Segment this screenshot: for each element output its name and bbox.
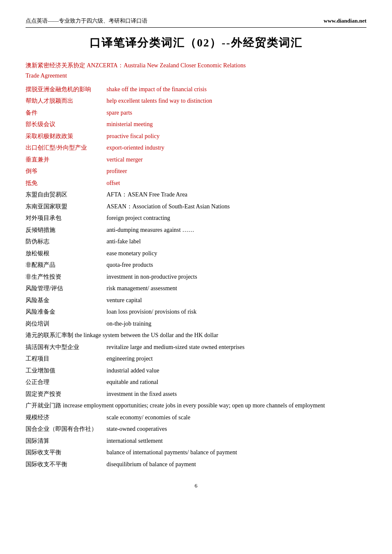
entry-en: export-oriented industry xyxy=(107,143,366,153)
entry-zh: 抵免 xyxy=(26,178,107,189)
header-left-text: 点点英语——专业致力于四六级、考研和口译口语 xyxy=(26,17,147,25)
entry-zh: 部长级会议 xyxy=(26,119,107,130)
list-item: 抵免offset xyxy=(26,178,366,189)
content-area: 澳新紧密经济关系协定 ANZCERTA：Australia New Zealan… xyxy=(26,61,366,470)
list-item: 非生产性投资investment in non-productive proje… xyxy=(26,272,366,283)
list-item: 摆脱亚洲金融危机的影响shake off the impact of the f… xyxy=(26,84,366,95)
entry-zh: 摆脱亚洲金融危机的影响 xyxy=(26,84,107,95)
entry-en: anti-dumping measures against …… xyxy=(107,225,366,236)
entry-en: investment in the fixed assets xyxy=(107,389,366,400)
entry-en: engineering project xyxy=(107,354,366,364)
entry-en: industrial added value xyxy=(107,366,366,376)
list-item: 防伪标志anti-fake label xyxy=(26,237,366,247)
list-item: 东盟自由贸易区AFTA：ASEAN Free Trade Area xyxy=(26,190,366,200)
entry-en: anti-fake label xyxy=(107,237,366,247)
entry-zh: 工业增加值 xyxy=(26,366,107,376)
entry-zh: 公正合理 xyxy=(26,377,107,388)
entry-zh: 帮助人才脱颖而出 xyxy=(26,96,107,107)
page-header: 点点英语——专业致力于四六级、考研和口译口语 www.diandian.net xyxy=(26,17,366,28)
entry-en: state-owned cooperatives xyxy=(107,424,366,435)
entry-zh: 垂直兼并 xyxy=(26,155,107,165)
entry-en: proactive fiscal policy xyxy=(107,131,366,142)
entry-zh: 国际收支不平衡 xyxy=(26,459,107,470)
list-item: 岗位培训on-the-job training xyxy=(26,319,366,329)
entry-en: AFTA：ASEAN Free Trade Area xyxy=(107,190,366,200)
list-item: 对外项目承包foreign project contracting xyxy=(26,213,366,224)
entries-list: 摆脱亚洲金融危机的影响shake off the impact of the f… xyxy=(26,84,366,470)
list-item: 部长级会议ministerial meeting xyxy=(26,119,366,130)
list-item: 采取积极财政政策proactive fiscal policy xyxy=(26,131,366,142)
entry-en: international settlement xyxy=(107,436,366,447)
entry-en: disequilibrium of balance of payment xyxy=(107,459,366,470)
entry-zh: 倒爷 xyxy=(26,166,107,177)
list-item: 固定资产投资investment in the fixed assets xyxy=(26,389,366,400)
list-item: 国际收支不平衡disequilibrium of balance of paym… xyxy=(26,459,366,470)
entry-zh: 岗位培训 xyxy=(26,319,107,329)
entry-zh: 放松银根 xyxy=(26,248,107,259)
entry-en: shake off the impact of the financial cr… xyxy=(107,84,366,95)
entry-zh: 国合企业（即国有合作社） xyxy=(26,424,107,435)
list-item: 工业增加值industrial added value xyxy=(26,366,366,376)
list-item: 搞活国有大中型企业revitalize large and medium-siz… xyxy=(26,342,366,353)
list-item: 东南亚国家联盟ASEAN：Association of South-East A… xyxy=(26,202,366,212)
page-footer: 6 xyxy=(26,482,366,489)
list-item: 非配额产品quota-free products xyxy=(26,260,366,271)
page-number: 6 xyxy=(195,482,198,489)
entry-en: investment in non-productive projects xyxy=(107,272,366,283)
entry-zh: 备件 xyxy=(26,108,107,118)
entry-zh: 东盟自由贸易区 xyxy=(26,190,107,200)
entry-en: balance of international payments/ balan… xyxy=(107,447,366,458)
intro-block: 澳新紧密经济关系协定 ANZCERTA：Australia New Zealan… xyxy=(26,61,366,81)
entry-zh: 国际收支平衡 xyxy=(26,447,107,458)
entry-zh: 防伪标志 xyxy=(26,237,107,247)
entry-en: vertical merger xyxy=(107,155,366,165)
entry-en: loan loss provision/ provisions of risk xyxy=(107,307,366,317)
list-item: 帮助人才脱颖而出help excellent talents find way … xyxy=(26,96,366,107)
list-item: 工程项目engineering project xyxy=(26,354,366,364)
list-item: 国合企业（即国有合作社）state-owned cooperatives xyxy=(26,424,366,435)
entry-zh: 搞活国有大中型企业 xyxy=(26,342,107,353)
list-item: 风险管理/评估risk management/ assessment xyxy=(26,283,366,294)
header-right-text: www.diandian.net xyxy=(324,17,366,24)
list-item: 国际清算international settlement xyxy=(26,436,366,447)
entry-zh: 采取积极财政政策 xyxy=(26,131,107,142)
entry-en: ministerial meeting xyxy=(107,119,366,130)
list-item: 垂直兼并vertical merger xyxy=(26,155,366,165)
entry-en: spare parts xyxy=(107,108,366,118)
list-item: 备件spare parts xyxy=(26,108,366,118)
entry-zh: 出口创汇型/外向型产业 xyxy=(26,143,107,153)
entry-zh: 对外项目承包 xyxy=(26,213,107,224)
list-item: 风险准备金loan loss provision/ provisions of … xyxy=(26,307,366,317)
entry-en: quota-free products xyxy=(107,260,366,271)
entry-zh: 风险准备金 xyxy=(26,307,107,317)
list-item: 公正合理equitable and rational xyxy=(26,377,366,388)
entry-zh: 工程项目 xyxy=(26,354,107,364)
entry-en: help excellent talents find way to disti… xyxy=(107,96,366,107)
entry-zh: 风险管理/评估 xyxy=(26,283,107,294)
entry-en: ease monetary policy xyxy=(107,248,366,259)
list-item: 倒爷profiteer xyxy=(26,166,366,177)
list-item: 反倾销措施anti-dumping measures against …… xyxy=(26,225,366,236)
entry-en: scale economy/ economies of scale xyxy=(107,413,366,423)
entry-en: equitable and rational xyxy=(107,377,366,388)
intro-line1: 澳新紧密经济关系协定 ANZCERTA：Australia New Zealan… xyxy=(26,62,246,69)
entry-en: ASEAN：Association of South-East Asian Na… xyxy=(107,202,366,212)
list-item: 出口创汇型/外向型产业export-oriented industry xyxy=(26,143,366,153)
entry-en: offset xyxy=(107,178,366,189)
entry-zh: 反倾销措施 xyxy=(26,225,107,236)
list-item: 放松银根ease monetary policy xyxy=(26,248,366,259)
page-title: 口译笔译分类词汇（02）--外经贸类词汇 xyxy=(26,35,366,50)
entry-zh: 非配额产品 xyxy=(26,260,107,271)
entry-en: foreign project contracting xyxy=(107,213,366,224)
entry-en: on-the-job training xyxy=(107,319,366,329)
entry-en: risk management/ assessment xyxy=(107,283,366,294)
entry-en: venture capital xyxy=(107,295,366,306)
entry-zh: 国际清算 xyxy=(26,436,107,447)
list-item: 风险基金venture capital xyxy=(26,295,366,306)
full-row: 港元的联系汇率制 the linkage system between the … xyxy=(26,330,366,341)
entry-zh: 规模经济 xyxy=(26,413,107,423)
intro-line2: Trade Agreement xyxy=(26,72,67,79)
entry-zh: 非生产性投资 xyxy=(26,272,107,283)
full-row: 广开就业门路 increase employment opportunities… xyxy=(26,401,366,411)
entry-zh: 东南亚国家联盟 xyxy=(26,202,107,212)
